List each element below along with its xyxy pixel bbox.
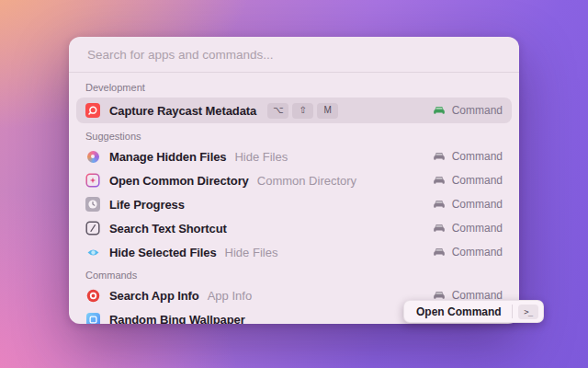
car-icon	[433, 247, 446, 258]
section-header-commands: Commands	[85, 270, 503, 282]
m-keycap: M	[317, 103, 338, 119]
list-item-capture-raycast-metadata[interactable]: Capture Raycast Metadata ⌥ ⇧ M Command	[76, 98, 512, 123]
item-type: Command	[433, 222, 503, 235]
section-header-suggestions: Suggestions	[85, 131, 503, 143]
search-input[interactable]	[85, 47, 503, 63]
shift-keycap: ⇧	[292, 103, 313, 119]
results-list: Development Capture Raycast Metadata ⌥ ⇧…	[69, 73, 519, 324]
option-keycap: ⌥	[267, 103, 288, 119]
shortcut-keys: ⌥ ⇧ M	[267, 103, 338, 119]
tooltip-divider	[512, 305, 513, 318]
list-item-open-common-directory[interactable]: Open Common Directory Common Directory C…	[76, 168, 512, 192]
type-label: Command	[452, 198, 503, 211]
item-subtitle: Common Directory	[257, 174, 356, 188]
list-item-life-progress[interactable]: Life Progress Command	[76, 192, 512, 216]
car-icon	[433, 199, 446, 210]
item-type: Command	[433, 150, 503, 163]
list-item-manage-hidden-files[interactable]: Manage Hidden Files Hide Files Command	[76, 144, 512, 168]
item-title: Capture Raycast Metadata	[109, 104, 256, 118]
type-label: Command	[452, 104, 503, 117]
wallpaper-icon	[85, 312, 100, 324]
car-icon	[433, 151, 446, 162]
eye-icon	[85, 245, 100, 259]
item-type: Command	[433, 198, 503, 211]
item-subtitle: Hide Files	[225, 246, 278, 259]
pinwheel-icon	[85, 149, 100, 164]
type-label: Command	[452, 246, 503, 259]
item-subtitle: Hide Files	[234, 150, 288, 164]
car-icon	[433, 223, 446, 234]
item-type: Command	[433, 174, 503, 187]
item-title: Manage Hidden Files	[109, 150, 226, 164]
item-title: Open Common Directory	[109, 174, 249, 188]
folder-star-icon	[85, 173, 100, 188]
item-type: Command	[433, 246, 503, 259]
item-title: Random Bing Wallpaper	[109, 313, 245, 325]
item-title: Search App Info	[109, 289, 199, 303]
type-label: Command	[452, 174, 503, 187]
car-icon	[433, 105, 446, 116]
enter-keycap: >_	[518, 305, 538, 319]
type-label: Command	[452, 222, 503, 235]
item-title: Life Progress	[109, 198, 185, 212]
raycast-logo-icon	[85, 103, 100, 118]
record-target-icon	[85, 288, 100, 303]
list-item-hide-selected-files[interactable]: Hide Selected Files Hide Files Command	[76, 240, 512, 264]
tooltip-label: Open Command	[416, 305, 502, 318]
raycast-launcher-window: Development Capture Raycast Metadata ⌥ ⇧…	[69, 37, 519, 324]
search-bar	[69, 37, 519, 73]
item-title: Hide Selected Files	[109, 246, 217, 259]
item-subtitle: App Info	[208, 289, 252, 303]
type-label: Command	[452, 150, 503, 163]
clock-icon	[85, 197, 100, 212]
car-icon	[433, 175, 446, 186]
item-title: Search Text Shortcut	[109, 222, 227, 236]
text-shortcut-icon	[85, 221, 100, 236]
section-header-development: Development	[85, 82, 503, 94]
list-item-search-text-shortcut[interactable]: Search Text Shortcut Command	[76, 216, 512, 240]
item-type: Command	[433, 104, 503, 117]
open-command-tooltip[interactable]: Open Command >_	[403, 300, 544, 323]
